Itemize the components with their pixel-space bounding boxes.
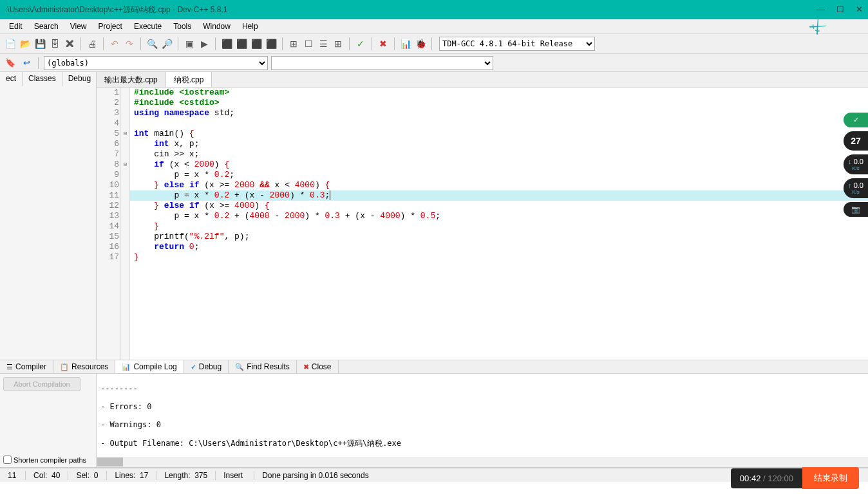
- close-button[interactable]: ✕: [856, 0, 863, 19]
- status-ok-icon[interactable]: ✓: [844, 113, 868, 127]
- status-sel: Sel: 0: [68, 471, 107, 480]
- globals-select[interactable]: (globals): [44, 56, 268, 70]
- menu-help[interactable]: Help: [237, 21, 263, 32]
- resources-icon: 📋: [60, 363, 69, 371]
- open-icon[interactable]: 📂: [19, 37, 32, 50]
- btab-find-results[interactable]: 🔍Find Results: [229, 360, 297, 373]
- find-icon[interactable]: 🔍: [146, 37, 158, 50]
- btab-compiler[interactable]: ☰Compiler: [0, 360, 53, 373]
- separator: [431, 37, 432, 50]
- log-side: Abort Compilation Shorten compiler paths: [0, 374, 97, 467]
- run-icon[interactable]: ▶: [198, 37, 211, 50]
- file-tab-1[interactable]: 输出最大数.cpp: [97, 72, 166, 87]
- menu-view[interactable]: View: [65, 21, 92, 32]
- profile-icon[interactable]: 📊: [399, 37, 412, 50]
- separator: [178, 37, 178, 50]
- list-icon[interactable]: ☰: [317, 37, 330, 50]
- side-rate-up: ↑ 0.0K/s: [844, 178, 868, 198]
- new-icon[interactable]: 📄: [4, 37, 17, 50]
- tab-debug[interactable]: Debug: [62, 72, 97, 86]
- tab-classes[interactable]: Classes: [23, 72, 62, 86]
- saveall-icon[interactable]: 🗄: [48, 37, 61, 50]
- compile-icon[interactable]: ▣: [183, 37, 196, 50]
- btab-resources[interactable]: 📋Resources: [53, 360, 115, 373]
- undo-icon[interactable]: ↶: [108, 37, 121, 50]
- main-area: ect Classes Debug 输出最大数.cpp 纳税.cpp 1 2 3…: [0, 72, 868, 360]
- toolbar: 📄 📂 💾 🗄 🗙 🖨 ↶ ↷ 🔍 🔎 ▣ ▶ ⬛ ⬛ ⬛ ⬛ ⊞ ☐ ☰ ⊞ …: [0, 33, 868, 54]
- menu-tools[interactable]: Tools: [168, 21, 196, 32]
- replace-icon[interactable]: 🔎: [160, 37, 173, 50]
- side-badge[interactable]: 27: [844, 131, 868, 151]
- menu-search[interactable]: Search: [29, 21, 64, 32]
- print-icon[interactable]: 🖨: [86, 37, 99, 50]
- file-tab-2[interactable]: 纳税.cpp: [166, 72, 212, 87]
- separator: [103, 37, 104, 50]
- save-icon[interactable]: 💾: [33, 37, 46, 50]
- log-content[interactable]: -------- - Errors: 0 - Warnings: 0 - Out…: [97, 374, 868, 467]
- insert-btn4-icon[interactable]: ⬛: [265, 37, 278, 50]
- redo-icon[interactable]: ↷: [123, 37, 136, 50]
- code-content[interactable]: #include <iostream> #include <cstdio> us…: [130, 88, 868, 360]
- btab-compile-log[interactable]: 📊Compile Log: [115, 360, 184, 373]
- status-lines: Lines: 17: [107, 471, 156, 480]
- close-file-icon[interactable]: 🗙: [63, 37, 76, 50]
- compile-log-icon: 📊: [122, 363, 131, 371]
- tab-project[interactable]: ect: [0, 72, 23, 86]
- fold-toggle-icon: ⊟: [121, 129, 129, 139]
- tile-icon[interactable]: ⊞: [332, 37, 344, 50]
- menu-execute[interactable]: Execute: [129, 21, 167, 32]
- compiler-icon: ☰: [6, 363, 13, 371]
- menubar: Edit Search View Project Execute Tools W…: [0, 19, 868, 33]
- btab-debug[interactable]: ✓Debug: [184, 360, 229, 373]
- status-line: 11: [0, 471, 26, 480]
- separator: [140, 37, 141, 50]
- debug-icon[interactable]: 🐞: [414, 37, 427, 50]
- editor-area: 输出最大数.cpp 纳税.cpp 1 2 3 4 5 6 7 8 9 10 11…: [97, 72, 868, 360]
- fold-column[interactable]: ⊟ ⊟: [121, 88, 130, 360]
- log-scrollbar[interactable]: [97, 457, 868, 467]
- code-area[interactable]: 1 2 3 4 5 6 7 8 9 10 11 12 13 14 15 16 1…: [97, 88, 868, 360]
- grid-icon[interactable]: ⊞: [287, 37, 300, 50]
- separator: [80, 37, 81, 50]
- stop-recording-button[interactable]: 结束录制: [802, 467, 859, 489]
- side-panel: ect Classes Debug: [0, 72, 97, 360]
- window-controls: — ☐ ✕: [816, 0, 863, 19]
- window-title: :\Users\Administrator\Desktop\c++源码\纳税.c…: [5, 0, 227, 19]
- compiler-select[interactable]: TDM-GCC 4.8.1 64-bit Release: [439, 37, 595, 51]
- close-icon: ✖: [303, 363, 309, 371]
- file-tabs: 输出最大数.cpp 纳税.cpp: [97, 72, 868, 88]
- record-overlay: 00:42 / 120:00 结束录制: [731, 467, 859, 489]
- camera-icon[interactable]: 📷: [844, 202, 868, 217]
- status-mode: Insert: [216, 471, 254, 480]
- separator: [372, 37, 372, 50]
- menu-project[interactable]: Project: [93, 21, 127, 32]
- btab-close[interactable]: ✖Close: [297, 360, 339, 373]
- insert-btn2-icon[interactable]: ⬛: [235, 37, 248, 50]
- status-length: Length: 375: [156, 471, 216, 480]
- separator: [394, 37, 395, 50]
- member-select[interactable]: [271, 56, 493, 70]
- back-icon[interactable]: ↩: [20, 57, 33, 69]
- maximize-button[interactable]: ☐: [836, 0, 844, 19]
- status-col: Col: 40: [26, 471, 68, 480]
- menu-window[interactable]: Window: [198, 21, 236, 32]
- insert-btn1-icon[interactable]: ⬛: [220, 37, 233, 50]
- separator: [349, 37, 350, 50]
- shorten-paths-label[interactable]: Shorten compiler paths: [3, 456, 93, 464]
- abort-compilation-button: Abort Compilation: [3, 377, 80, 391]
- log-area: Abort Compilation Shorten compiler paths…: [0, 374, 868, 468]
- side-widget: ✓ 27 ↓ 0.0K/s ↑ 0.0K/s 📷: [844, 113, 868, 221]
- shorten-paths-checkbox[interactable]: [3, 456, 12, 464]
- goto-icon[interactable]: 🔖: [4, 57, 17, 69]
- check-icon[interactable]: ✓: [354, 37, 367, 50]
- fold-toggle-icon: ⊟: [121, 160, 129, 170]
- insert-btn3-icon[interactable]: ⬛: [250, 37, 263, 50]
- selector-row: 🔖 ↩ (globals): [0, 54, 868, 72]
- box-icon[interactable]: ☐: [302, 37, 315, 50]
- separator: [38, 57, 39, 69]
- debug-tab-icon: ✓: [191, 363, 196, 371]
- titlebar: :\Users\Administrator\Desktop\c++源码\纳税.c…: [0, 0, 868, 19]
- menu-edit[interactable]: Edit: [4, 21, 28, 32]
- side-rate-down: ↓ 0.0K/s: [844, 154, 868, 174]
- cross-icon[interactable]: ✖: [377, 37, 390, 50]
